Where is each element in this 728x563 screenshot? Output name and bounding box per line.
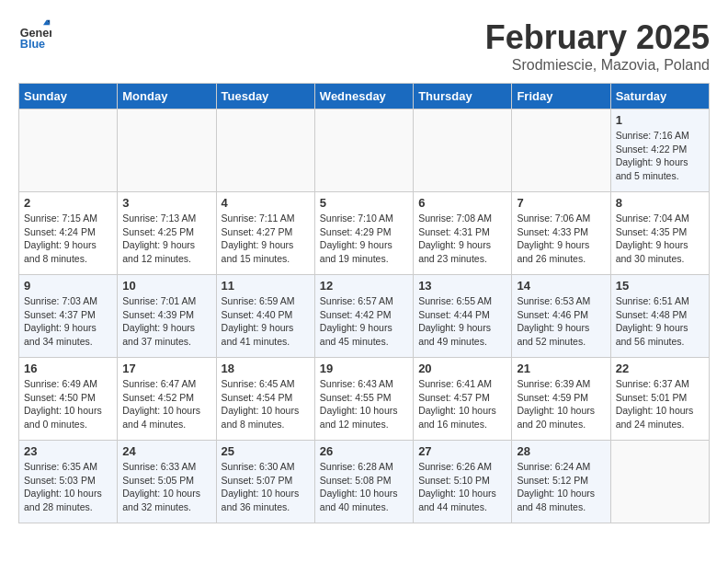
calendar-cell: 24Sunrise: 6:33 AM Sunset: 5:05 PM Dayli…: [118, 441, 216, 523]
day-info: Sunrise: 7:13 AM Sunset: 4:25 PM Dayligh…: [122, 212, 210, 266]
calendar-cell: 6Sunrise: 7:08 AM Sunset: 4:31 PM Daylig…: [414, 192, 512, 275]
calendar-cell: 8Sunrise: 7:04 AM Sunset: 4:35 PM Daylig…: [610, 192, 709, 275]
day-info: Sunrise: 6:43 AM Sunset: 4:55 PM Dayligh…: [320, 377, 408, 431]
day-info: Sunrise: 7:10 AM Sunset: 4:29 PM Dayligh…: [320, 212, 408, 266]
calendar-week-row: 2Sunrise: 7:15 AM Sunset: 4:24 PM Daylig…: [19, 192, 710, 275]
calendar-cell: 11Sunrise: 6:59 AM Sunset: 4:40 PM Dayli…: [216, 275, 314, 358]
day-number: 25: [222, 444, 310, 458]
day-number: 24: [122, 444, 210, 458]
day-info: Sunrise: 7:16 AM Sunset: 4:22 PM Dayligh…: [616, 129, 704, 183]
day-info: Sunrise: 6:37 AM Sunset: 5:01 PM Dayligh…: [616, 377, 704, 431]
calendar-cell: [314, 109, 413, 192]
calendar-cell: 27Sunrise: 6:26 AM Sunset: 5:10 PM Dayli…: [414, 441, 512, 523]
calendar-cell: 15Sunrise: 6:51 AM Sunset: 4:48 PM Dayli…: [610, 275, 709, 358]
svg-text:Blue: Blue: [20, 38, 45, 51]
weekday-header-saturday: Saturday: [610, 84, 709, 109]
day-number: 16: [24, 362, 112, 375]
day-info: Sunrise: 6:24 AM Sunset: 5:12 PM Dayligh…: [517, 460, 605, 514]
day-info: Sunrise: 7:03 AM Sunset: 4:37 PM Dayligh…: [24, 294, 112, 349]
calendar-week-row: 9Sunrise: 7:03 AM Sunset: 4:37 PM Daylig…: [19, 275, 710, 358]
calendar-cell: 19Sunrise: 6:43 AM Sunset: 4:55 PM Dayli…: [314, 358, 413, 441]
day-info: Sunrise: 6:49 AM Sunset: 4:50 PM Dayligh…: [24, 377, 112, 431]
day-number: 23: [24, 444, 112, 458]
location: Srodmiescie, Mazovia, Poland: [485, 57, 710, 74]
day-info: Sunrise: 7:04 AM Sunset: 4:35 PM Dayligh…: [616, 212, 704, 266]
calendar-cell: 23Sunrise: 6:35 AM Sunset: 5:03 PM Dayli…: [19, 441, 118, 523]
calendar-cell: 4Sunrise: 7:11 AM Sunset: 4:27 PM Daylig…: [216, 192, 314, 275]
weekday-header-thursday: Thursday: [414, 84, 512, 109]
day-info: Sunrise: 7:08 AM Sunset: 4:31 PM Dayligh…: [418, 212, 506, 266]
calendar-cell: 26Sunrise: 6:28 AM Sunset: 5:08 PM Dayli…: [314, 441, 413, 523]
calendar-cell: 12Sunrise: 6:57 AM Sunset: 4:42 PM Dayli…: [314, 275, 413, 358]
day-number: 2: [24, 196, 112, 210]
day-number: 15: [616, 279, 704, 293]
day-number: 1: [616, 113, 704, 127]
day-info: Sunrise: 6:30 AM Sunset: 5:07 PM Dayligh…: [222, 460, 310, 514]
day-info: Sunrise: 7:01 AM Sunset: 4:39 PM Dayligh…: [122, 294, 210, 349]
calendar-cell: 9Sunrise: 7:03 AM Sunset: 4:37 PM Daylig…: [19, 275, 118, 358]
title-block: February 2025 Srodmiescie, Mazovia, Pola…: [485, 18, 710, 74]
day-number: 10: [122, 279, 210, 293]
day-info: Sunrise: 7:06 AM Sunset: 4:33 PM Dayligh…: [517, 212, 605, 266]
day-number: 7: [517, 196, 605, 210]
calendar-cell: 3Sunrise: 7:13 AM Sunset: 4:25 PM Daylig…: [118, 192, 216, 275]
day-number: 13: [418, 279, 506, 293]
day-number: 12: [320, 279, 408, 293]
logo-icon: General Blue: [18, 18, 51, 52]
calendar-cell: 13Sunrise: 6:55 AM Sunset: 4:44 PM Dayli…: [414, 275, 512, 358]
calendar-cell: 18Sunrise: 6:45 AM Sunset: 4:54 PM Dayli…: [216, 358, 314, 441]
calendar-week-row: 23Sunrise: 6:35 AM Sunset: 5:03 PM Dayli…: [19, 441, 710, 523]
day-number: 6: [418, 196, 506, 210]
weekday-header-sunday: Sunday: [19, 84, 118, 109]
calendar-cell: [216, 109, 314, 192]
day-number: 4: [222, 196, 310, 210]
day-number: 22: [616, 362, 704, 375]
day-info: Sunrise: 6:35 AM Sunset: 5:03 PM Dayligh…: [24, 460, 112, 514]
day-number: 8: [616, 196, 704, 210]
calendar-cell: 5Sunrise: 7:10 AM Sunset: 4:29 PM Daylig…: [314, 192, 413, 275]
day-info: Sunrise: 6:55 AM Sunset: 4:44 PM Dayligh…: [418, 294, 506, 349]
day-number: 20: [418, 362, 506, 375]
calendar-cell: 14Sunrise: 6:53 AM Sunset: 4:46 PM Dayli…: [512, 275, 610, 358]
calendar-cell: [512, 109, 610, 192]
day-number: 18: [222, 362, 310, 375]
day-info: Sunrise: 6:41 AM Sunset: 4:57 PM Dayligh…: [418, 377, 506, 431]
weekday-header-row: SundayMondayTuesdayWednesdayThursdayFrid…: [19, 84, 710, 109]
day-info: Sunrise: 6:53 AM Sunset: 4:46 PM Dayligh…: [517, 294, 605, 349]
day-info: Sunrise: 6:47 AM Sunset: 4:52 PM Dayligh…: [122, 377, 210, 431]
logo: General Blue: [18, 18, 55, 52]
calendar-cell: 20Sunrise: 6:41 AM Sunset: 4:57 PM Dayli…: [414, 358, 512, 441]
day-number: 9: [24, 279, 112, 293]
weekday-header-tuesday: Tuesday: [216, 84, 314, 109]
weekday-header-monday: Monday: [118, 84, 216, 109]
day-number: 19: [320, 362, 408, 375]
calendar-cell: 1Sunrise: 7:16 AM Sunset: 4:22 PM Daylig…: [610, 109, 709, 192]
day-number: 27: [418, 444, 506, 458]
day-info: Sunrise: 6:33 AM Sunset: 5:05 PM Dayligh…: [122, 460, 210, 514]
month-title: February 2025: [485, 18, 710, 57]
calendar-table: SundayMondayTuesdayWednesdayThursdayFrid…: [18, 83, 710, 523]
calendar-cell: 17Sunrise: 6:47 AM Sunset: 4:52 PM Dayli…: [118, 358, 216, 441]
day-info: Sunrise: 6:45 AM Sunset: 4:54 PM Dayligh…: [222, 377, 310, 431]
calendar-cell: 10Sunrise: 7:01 AM Sunset: 4:39 PM Dayli…: [118, 275, 216, 358]
calendar-cell: 7Sunrise: 7:06 AM Sunset: 4:33 PM Daylig…: [512, 192, 610, 275]
weekday-header-friday: Friday: [512, 84, 610, 109]
day-info: Sunrise: 6:28 AM Sunset: 5:08 PM Dayligh…: [320, 460, 408, 514]
day-number: 28: [517, 444, 605, 458]
day-info: Sunrise: 7:15 AM Sunset: 4:24 PM Dayligh…: [24, 212, 112, 266]
day-number: 3: [122, 196, 210, 210]
page-header: General Blue February 2025 Srodmiescie, …: [18, 18, 710, 74]
day-number: 17: [122, 362, 210, 375]
calendar-cell: 25Sunrise: 6:30 AM Sunset: 5:07 PM Dayli…: [216, 441, 314, 523]
weekday-header-wednesday: Wednesday: [314, 84, 413, 109]
calendar-cell: [118, 109, 216, 192]
day-info: Sunrise: 6:39 AM Sunset: 4:59 PM Dayligh…: [517, 377, 605, 431]
day-info: Sunrise: 6:59 AM Sunset: 4:40 PM Dayligh…: [222, 294, 310, 349]
day-info: Sunrise: 6:51 AM Sunset: 4:48 PM Dayligh…: [616, 294, 704, 349]
day-number: 5: [320, 196, 408, 210]
day-number: 26: [320, 444, 408, 458]
day-number: 14: [517, 279, 605, 293]
calendar-cell: [414, 109, 512, 192]
calendar-week-row: 1Sunrise: 7:16 AM Sunset: 4:22 PM Daylig…: [19, 109, 710, 192]
calendar-cell: [610, 441, 709, 523]
